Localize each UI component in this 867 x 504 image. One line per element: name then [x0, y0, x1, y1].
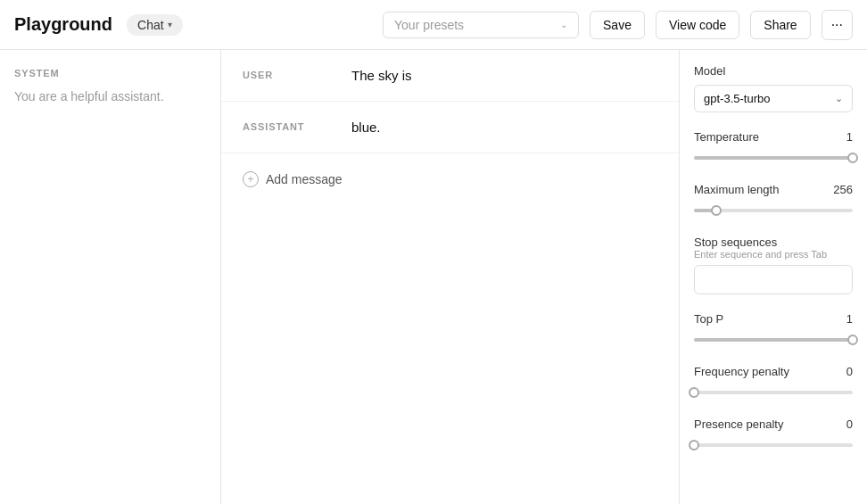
presence-penalty-track — [694, 443, 853, 447]
system-panel: SYSTEM You are a helpful assistant. — [0, 50, 221, 504]
share-button[interactable]: Share — [750, 11, 810, 39]
top-p-slider[interactable] — [694, 333, 853, 347]
message-role-user: USER — [243, 68, 323, 80]
temperature-slider[interactable] — [694, 151, 853, 165]
temperature-track — [694, 156, 853, 160]
chat-mode-badge[interactable]: Chat ▾ — [127, 14, 183, 36]
top-p-track — [694, 338, 853, 342]
top-p-label: Top P — [694, 312, 723, 326]
max-length-value: 256 — [833, 183, 853, 196]
max-length-thumb — [711, 205, 722, 216]
message-role-assistant: ASSISTANT — [243, 120, 323, 132]
settings-panel: Model gpt-3.5-turbo ⌄ Temperature 1 — [680, 50, 867, 504]
message-content-assistant[interactable]: blue. — [351, 120, 657, 135]
frequency-penalty-header: Frequency penalty 0 — [694, 365, 853, 378]
max-length-setting: Maximum length 256 — [694, 183, 853, 218]
frequency-penalty-track — [694, 391, 853, 394]
presence-penalty-thumb — [689, 440, 699, 450]
model-label: Model — [694, 64, 853, 78]
stop-sequences-label: Stop sequences — [694, 235, 853, 249]
add-message-button[interactable]: + Add message — [221, 153, 679, 205]
top-p-value: 1 — [846, 312, 853, 326]
model-setting: Model gpt-3.5-turbo ⌄ — [694, 64, 853, 112]
temperature-header: Temperature 1 — [694, 130, 853, 144]
model-value: gpt-3.5-turbo — [704, 92, 770, 105]
message-content-user[interactable]: The sky is — [351, 68, 657, 83]
top-p-setting: Top P 1 — [694, 312, 853, 347]
chevron-down-icon: ⌄ — [835, 93, 843, 104]
chat-badge-label: Chat — [137, 18, 164, 32]
table-row: USER The sky is — [221, 50, 679, 102]
temperature-fill — [694, 156, 853, 160]
temperature-value: 1 — [846, 130, 853, 144]
frequency-penalty-setting: Frequency penalty 0 — [694, 365, 853, 400]
view-code-button[interactable]: View code — [656, 11, 739, 39]
presence-penalty-label: Presence penalty — [694, 417, 783, 431]
temperature-label: Temperature — [694, 130, 759, 144]
max-length-header: Maximum length 256 — [694, 183, 853, 196]
top-p-fill — [694, 338, 853, 342]
max-length-label: Maximum length — [694, 183, 779, 196]
more-options-button[interactable]: ··· — [822, 10, 853, 40]
presence-penalty-header: Presence penalty 0 — [694, 417, 853, 431]
presence-penalty-slider[interactable] — [694, 438, 853, 452]
system-text[interactable]: You are a helpful assistant. — [14, 89, 206, 103]
frequency-penalty-label: Frequency penalty — [694, 365, 789, 378]
stop-sequences-hint: Enter sequence and press Tab — [694, 249, 853, 260]
temperature-setting: Temperature 1 — [694, 130, 853, 165]
stop-sequences-setting: Stop sequences Enter sequence and press … — [694, 235, 853, 294]
add-message-label: Add message — [266, 172, 343, 186]
frequency-penalty-value: 0 — [846, 365, 853, 378]
chevron-down-icon: ▾ — [168, 20, 172, 29]
top-p-thumb — [847, 335, 858, 345]
plus-circle-icon: + — [243, 171, 259, 187]
frequency-penalty-thumb — [689, 387, 699, 398]
page-title: Playground — [14, 14, 112, 35]
presets-dropdown[interactable]: Your presets ⌄ — [383, 12, 579, 38]
max-length-slider[interactable] — [694, 203, 853, 218]
presence-penalty-setting: Presence penalty 0 — [694, 417, 853, 452]
system-label: SYSTEM — [14, 68, 206, 78]
stop-sequences-input[interactable] — [694, 265, 853, 294]
chevron-down-icon: ⌄ — [560, 20, 567, 29]
presence-penalty-value: 0 — [846, 417, 853, 431]
top-p-header: Top P 1 — [694, 312, 853, 326]
presets-placeholder: Your presets — [394, 18, 464, 32]
save-button[interactable]: Save — [590, 11, 645, 39]
table-row: ASSISTANT blue. — [221, 102, 679, 153]
header: Playground Chat ▾ Your presets ⌄ Save Vi… — [0, 0, 867, 50]
main-layout: SYSTEM You are a helpful assistant. USER… — [0, 50, 867, 504]
chat-area: USER The sky is ASSISTANT blue. + Add me… — [221, 50, 680, 504]
temperature-thumb — [847, 153, 858, 163]
model-dropdown[interactable]: gpt-3.5-turbo ⌄ — [694, 85, 853, 112]
frequency-penalty-slider[interactable] — [694, 385, 853, 400]
max-length-track — [694, 209, 853, 212]
